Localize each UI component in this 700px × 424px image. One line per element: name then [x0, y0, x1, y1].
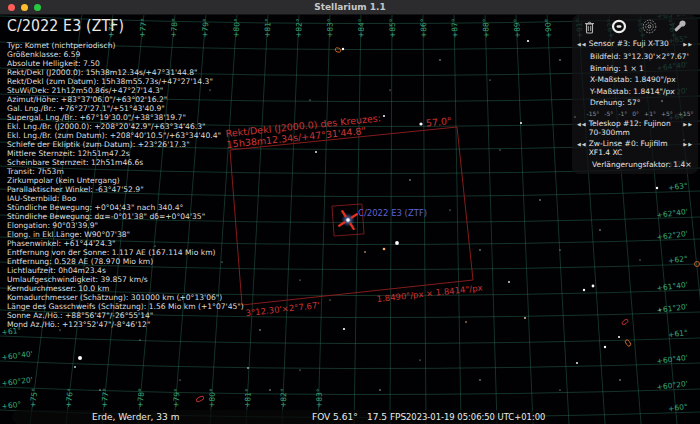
azimuth-label-top: +84°: [357, 18, 366, 38]
altitude-line: [0, 310, 700, 318]
ocular-view-icon[interactable]: [611, 19, 627, 34]
star: [618, 336, 620, 338]
star: [499, 149, 500, 150]
azimuth-label-bottom: +76°: [64, 388, 75, 409]
star: [209, 89, 210, 90]
altitude-label-left: +60°40': [1, 349, 33, 362]
star: [69, 249, 70, 250]
settings-wrench-icon[interactable]: [672, 19, 687, 34]
azimuth-line: [174, 14, 206, 424]
telrad-icon[interactable]: [642, 19, 657, 34]
star: [583, 289, 585, 291]
previous-telescope-button[interactable]: ◀◀: [577, 119, 587, 129]
sensor-detail-line: X-Maßstab: 1.8490"/px: [590, 74, 693, 86]
altitude-line: [0, 361, 700, 369]
lens-row: ◀◀ Zw-Linse #0: Fujifilm XF1.4 XC ▶▶: [577, 139, 693, 157]
rotation-tick[interactable]: +5°: [661, 110, 673, 117]
star: [489, 79, 490, 80]
rotation-tick[interactable]: +15°: [678, 110, 694, 117]
rotation-tick[interactable]: -15°: [587, 110, 600, 117]
star: [315, 151, 317, 153]
star: [269, 389, 270, 390]
extender-factor: Verlängerungsfaktor: 1.4×: [592, 160, 693, 169]
star: [389, 89, 390, 90]
titlebar: Stellarium 1.1: [0, 0, 700, 15]
star: [247, 367, 249, 369]
telescope-label: Teleskop #12: Fujinon 70-300mm: [587, 119, 684, 137]
azimuth-label-bottom: +82°: [279, 388, 289, 408]
star: [439, 59, 440, 60]
star: [179, 299, 180, 300]
star: [479, 249, 480, 250]
star: [619, 379, 620, 380]
star: [129, 119, 130, 120]
star: [659, 309, 660, 310]
azimuth-label-top: +88°: [481, 18, 491, 38]
star: [419, 122, 422, 125]
star: [383, 248, 386, 251]
altitude-line: [0, 189, 700, 197]
azimuth-line: [516, 14, 533, 424]
azimuth-label-top: +86°: [419, 18, 428, 38]
star: [479, 379, 480, 380]
azimuth-label-top: +87°: [450, 18, 459, 38]
star: [527, 40, 529, 42]
azimuth-label-bottom: +80°: [207, 388, 217, 408]
status-bar: Erde, Werder, 33 m FOV 5.61° 17.5 FPS 20…: [12, 410, 536, 424]
star: [576, 362, 578, 364]
star: [299, 279, 300, 280]
star: [465, 321, 467, 323]
rotation-tick[interactable]: 0°: [632, 110, 639, 117]
azimuth-label-top: +82°: [294, 18, 304, 38]
star: [119, 209, 120, 210]
comet-name-label[interactable]: C/2022 E3 (ZTF): [358, 208, 427, 218]
previous-lens-button[interactable]: ◀◀: [577, 139, 587, 149]
star: [259, 329, 260, 330]
altitude-label-right: +61°: [668, 328, 689, 339]
star: [139, 339, 140, 340]
star: [342, 48, 344, 50]
dso-marker: [196, 395, 205, 402]
azimuth-label-top: +83°: [325, 18, 335, 38]
altitude-label-right: +63°: [668, 181, 689, 192]
altitude-label-right: +60°: [668, 402, 689, 413]
rotation-ruler[interactable]: -15°-5°-1°0°+1°+5°+15°: [587, 110, 693, 117]
window-title: Stellarium 1.1: [0, 2, 700, 12]
next-sensor-button[interactable]: ▶▶: [683, 39, 693, 49]
star: [154, 245, 155, 246]
fov-indicator: FOV 5.61°: [312, 410, 358, 424]
altitude-line: [0, 288, 700, 296]
datetime-button[interactable]: 2023-01-19 05:06:50 UTC+01:00: [406, 410, 545, 424]
star: [59, 329, 60, 330]
rotation-tick[interactable]: +1°: [644, 110, 656, 117]
star: [599, 229, 600, 230]
altitude-line: [0, 237, 700, 245]
altitude-label-left: +60°20': [1, 375, 33, 388]
oculars-control-panel: ◀◀ Sensor #3: Fuji X-T30 ▶▶ Bildfeld: 3°…: [572, 15, 698, 174]
azimuth-label-bottom: +83°: [314, 388, 324, 408]
star: [309, 99, 310, 100]
comet-core[interactable]: [346, 218, 349, 221]
star: [409, 179, 410, 180]
previous-sensor-button[interactable]: ◀◀: [577, 39, 587, 49]
next-telescope-button[interactable]: ▶▶: [683, 119, 693, 129]
rotation-tick[interactable]: -5°: [604, 110, 613, 117]
next-lens-button[interactable]: ▶▶: [683, 139, 693, 149]
altitude-label-left: +61°: [1, 326, 22, 337]
rotation-tick[interactable]: -1°: [618, 110, 627, 117]
star: [524, 317, 526, 319]
dso-marker: [334, 47, 341, 53]
azimuth-label-top: +79°: [200, 18, 211, 38]
frame-fov-label: 3°12.30'×2°7.67': [245, 300, 320, 318]
star: [559, 389, 560, 390]
azimuth-label-top: +89°: [512, 18, 522, 38]
star: [343, 328, 345, 330]
altitude-line: [0, 336, 700, 344]
azimuth-label-top: +85°: [388, 18, 397, 38]
comet-selection-marker[interactable]: C/2022 E3 (ZTF): [332, 204, 427, 236]
location-button[interactable]: Erde, Werder, 33 m: [92, 410, 179, 424]
oculars-toolbar: [577, 18, 693, 37]
crosshairs-trash-icon[interactable]: [583, 20, 596, 34]
star: [449, 209, 450, 210]
dso-marker: [621, 318, 629, 325]
